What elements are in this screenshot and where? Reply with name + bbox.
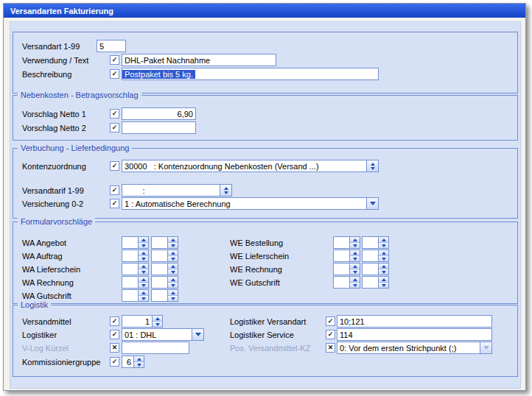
spin-down-button[interactable] [139,295,148,301]
spin-up-button[interactable] [350,237,360,242]
kommissioniergruppe-checkbox[interactable]: ✓ [110,357,119,367]
combo-updown-button[interactable] [366,160,378,172]
spin-down-button[interactable] [153,321,162,327]
logistiker-versandart-input[interactable]: 10;121 [337,315,492,328]
combo-updown-button[interactable] [220,185,231,196]
we-gutschrift-spinner-2[interactable] [362,276,389,289]
we-lieferschein-spinner-2[interactable] [362,250,389,262]
kommissioniergruppe-spinner[interactable]: 6 [122,356,144,368]
spin-down-button[interactable] [350,269,360,275]
spin-up-button[interactable] [168,250,178,255]
versandtarif-checkbox[interactable]: ✓ [110,185,119,195]
we-bestellung-spinner-1[interactable] [333,236,360,249]
we-gutschrift-spinner-1[interactable] [333,276,360,289]
spin-up-button[interactable] [139,264,148,269]
vorschlag-netto-1-checkbox[interactable]: ✓ [110,109,119,119]
we-bestellung-spinner-2[interactable] [362,236,389,249]
we-rechnung-spinner-2[interactable] [362,263,389,275]
beschreibung-input[interactable]: Postpaket bis 5 kg. [122,68,379,80]
logistiker-service-checkbox[interactable]: ✓ [326,330,335,339]
window-titlebar[interactable]: Versandarten Fakturierung [4,4,525,18]
wa-auftrag-spinner-2[interactable] [151,250,178,262]
spin-down-button[interactable] [168,242,178,248]
spin-down-button[interactable] [168,295,178,301]
spin-down-button[interactable] [350,242,360,248]
spin-down-button[interactable] [350,255,360,261]
group-title-nebenkosten: Nebenkosten - Betragsvorschlag [18,91,141,99]
we-rechnung-spinner-1[interactable] [333,263,360,275]
logistiker-select[interactable]: 01 : DHL [122,328,204,341]
pos-versandmittel-kz-select[interactable]: 0: Vor dem ersten Strichpunkt (;) [337,342,492,354]
wa-angebot-spinner-1[interactable] [122,236,149,249]
versicherung-select[interactable]: 1 : Automatische Berechnung [122,197,379,210]
wa-rechnung-spinner-2[interactable] [151,276,178,289]
wa-lieferschein-spinner-1[interactable] [122,263,149,275]
vlog-kuerzel-checkbox[interactable]: ✕ [110,343,119,353]
spin-down-button[interactable] [134,361,144,367]
spin-up-button[interactable] [379,250,388,255]
versandmittel-spinner[interactable]: 1 [122,315,163,328]
spin-down-button[interactable] [139,282,148,288]
spin-up-button[interactable] [379,277,388,282]
wa-gutschrift-spinner-2[interactable] [151,289,178,302]
spin-up-button[interactable] [168,264,178,269]
dropdown-arrow-button[interactable] [366,198,378,209]
spin-down-button[interactable] [379,282,388,288]
spin-down-button[interactable] [139,269,148,275]
verwendung-checkbox[interactable]: ✓ [110,55,119,65]
group-nebenkosten: Nebenkosten - Betragsvorschlag Vorschlag… [13,95,518,141]
spin-up-button[interactable] [379,264,388,269]
spin-up-button[interactable] [379,237,388,242]
logistiker-versandart-checkbox[interactable]: ✓ [326,317,335,326]
spin-down-button[interactable] [379,269,388,275]
wa-angebot-spinner-2[interactable] [151,236,178,249]
spin-up-button[interactable] [153,316,162,321]
spin-down-button[interactable] [168,255,178,261]
spin-down-button[interactable] [139,242,148,248]
spin-up-button[interactable] [139,237,148,242]
vlog-kuerzel-input[interactable] [122,342,189,354]
versicherung-checkbox[interactable]: ✓ [110,199,119,208]
logistiker-checkbox[interactable]: ✓ [110,330,119,339]
spin-down-button[interactable] [379,242,388,248]
spin-up-button[interactable] [168,237,178,242]
spin-up-button[interactable] [350,250,360,255]
kontenzuordnung-select[interactable]: 30000 : Kontenzuordnung Nebenkosten (Ver… [122,160,379,172]
wa-angebot-label: WA Angebot [22,238,66,247]
spin-up-button[interactable] [139,250,148,255]
pos-versandmittel-kz-checkbox[interactable]: ✕ [326,343,335,353]
dropdown-arrow-button[interactable] [480,342,491,353]
spin-up-button[interactable] [139,277,148,282]
dropdown-arrow-button[interactable] [192,329,203,340]
spin-down-button[interactable] [350,282,360,288]
wa-auftrag-spinner-1[interactable] [122,250,149,262]
spin-up-button[interactable] [139,290,148,295]
group-title-logistik: Logistik [18,300,51,309]
versandart-input[interactable]: 5 [97,40,126,52]
spin-down-button[interactable] [139,255,148,261]
wa-gutschrift-spinner-1[interactable] [122,289,149,302]
spin-up-button[interactable] [168,290,178,295]
spin-up-button[interactable] [134,356,144,361]
chevron-down-icon [370,202,376,205]
spin-up-button[interactable] [350,277,360,282]
arrow-up-icon [171,291,175,294]
versandtarif-select[interactable]: : [122,184,232,197]
spin-down-button[interactable] [168,269,178,275]
vorschlag-netto-2-input[interactable] [122,121,196,134]
we-lieferschein-spinner-1[interactable] [333,250,360,262]
spin-up-button[interactable] [168,277,178,282]
logistiker-service-input[interactable]: 114 [337,328,492,341]
spin-down-button[interactable] [379,255,388,261]
spin-up-button[interactable] [350,264,360,269]
kontenzuordnung-checkbox[interactable]: ✓ [110,161,119,171]
versandmittel-checkbox[interactable]: ✓ [110,317,119,326]
wa-lieferschein-spinner-2[interactable] [151,263,178,275]
wa-rechnung-spinner-1[interactable] [122,276,149,289]
verwendung-label: Verwendung / Text [22,56,88,65]
vorschlag-netto-2-checkbox[interactable]: ✓ [110,123,119,132]
beschreibung-checkbox[interactable]: ✓ [110,69,119,79]
spin-down-button[interactable] [168,282,178,288]
verwendung-input[interactable]: DHL-Paket Nachnahme [122,54,276,66]
vorschlag-netto-1-input[interactable]: 6,90 [122,107,196,120]
